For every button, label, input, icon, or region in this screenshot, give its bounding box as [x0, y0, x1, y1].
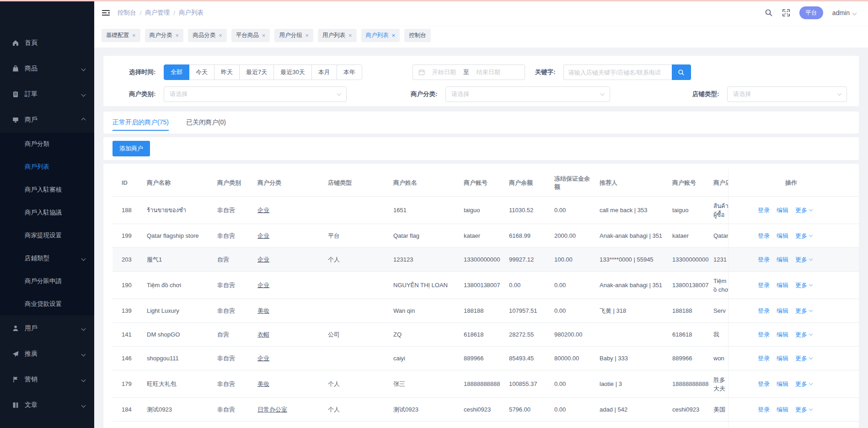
edit-link[interactable]: 编辑	[777, 256, 788, 264]
more-link[interactable]: 更多	[795, 206, 812, 214]
cell-id: 141	[122, 331, 147, 338]
cell-referrer: call me back | 353	[600, 207, 672, 214]
cell-type: 非自营	[217, 232, 257, 240]
date-to-label: 至	[463, 68, 469, 76]
chip-merchant-list[interactable]: 商户列表×	[361, 29, 400, 42]
sidebar-item-withdraw-settings[interactable]: 商家提现设置	[0, 224, 94, 247]
more-link[interactable]: 更多	[795, 281, 812, 289]
shop-type-select[interactable]: 请选择	[727, 86, 847, 102]
keyword-search-button[interactable]	[672, 64, 691, 80]
cell-type: 非自营	[217, 380, 257, 388]
col-shop-type: 店铺类型	[328, 179, 393, 187]
chip-merchant-category[interactable]: 商户分类×	[145, 29, 184, 42]
login-link[interactable]: 登录	[758, 406, 770, 414]
merchant-type-select[interactable]: 请选择	[164, 86, 347, 102]
more-link[interactable]: 更多	[795, 331, 812, 339]
cell-id: 139	[122, 307, 147, 314]
edit-link[interactable]: 编辑	[777, 406, 788, 414]
sidebar-item-home[interactable]: 首頁	[0, 30, 94, 56]
edit-link[interactable]: 编辑	[777, 281, 788, 289]
chip-console[interactable]: 控制台	[404, 29, 431, 42]
breadcrumb-item[interactable]: 商户管理	[145, 9, 170, 17]
cell-type: 非自营	[217, 281, 257, 289]
close-icon[interactable]: ×	[305, 32, 309, 38]
add-merchant-button[interactable]: 添加商户	[113, 141, 150, 156]
time-this-year-button[interactable]: 本年	[337, 64, 362, 80]
time-last30days-button[interactable]: 最近30天	[273, 64, 311, 80]
home-icon	[12, 39, 19, 47]
time-all-button[interactable]: 全部	[164, 64, 189, 80]
cell-type: 自营	[217, 331, 257, 339]
login-link[interactable]: 登录	[758, 307, 770, 315]
close-icon[interactable]: ×	[348, 32, 352, 38]
edit-link[interactable]: 编辑	[777, 380, 788, 388]
sidebar-item-split-account-apply[interactable]: 商戶分賬申請	[0, 270, 94, 293]
user-menu[interactable]: admin	[832, 9, 856, 16]
sidebar-item-merchant-entry-agreement[interactable]: 商戶入駐協議	[0, 201, 94, 224]
cell-person: 1651	[393, 207, 464, 214]
more-link[interactable]: 更多	[795, 406, 812, 414]
tab-open-merchants[interactable]: 正常开启的商户(75)	[113, 112, 169, 134]
more-link[interactable]: 更多	[795, 256, 812, 264]
time-last7days-button[interactable]: 最近7天	[239, 64, 274, 80]
chip-user-groups[interactable]: 用户分组×	[274, 29, 313, 42]
sidebar-item-promotion[interactable]: 推廣	[0, 341, 94, 367]
cell-class: 企业	[257, 354, 328, 363]
sidebar-item-shop-type[interactable]: 店鋪類型	[0, 247, 94, 270]
sidebar-item-merchant-category[interactable]: 商戶分類	[0, 133, 94, 155]
table-row: 146 shopgou111 非自营 企业 caiyi 889966 85493…	[113, 347, 859, 370]
merchant-class-select[interactable]: 请选择	[445, 86, 610, 102]
close-icon[interactable]: ×	[392, 32, 396, 38]
merchant-status-tabs: 正常开启的商户(75) 已关闭商户(0)	[103, 112, 859, 134]
login-link[interactable]: 登录	[758, 354, 770, 363]
more-link[interactable]: 更多	[795, 354, 812, 363]
chip-platform-goods[interactable]: 平台商品×	[231, 29, 270, 42]
date-range-picker[interactable]: 开始日期 至 结束日期	[413, 64, 525, 80]
edit-link[interactable]: 编辑	[777, 206, 788, 214]
breadcrumb-item[interactable]: 商户列表	[179, 9, 204, 17]
sidebar-item-merchant-list[interactable]: 商戶列表	[0, 155, 94, 178]
chevron-down-icon	[852, 11, 857, 15]
more-link[interactable]: 更多	[795, 232, 812, 240]
login-link[interactable]: 登录	[758, 232, 770, 240]
more-link[interactable]: 更多	[795, 380, 812, 388]
keyword-input[interactable]	[563, 64, 672, 80]
sidebar-item-users[interactable]: 用戶	[0, 316, 94, 341]
more-link[interactable]: 更多	[795, 307, 812, 315]
col-referrer: 推荐人	[600, 179, 672, 187]
time-yesterday-button[interactable]: 昨天	[214, 64, 240, 80]
sidebar-item-orders[interactable]: 訂單	[0, 81, 94, 107]
edit-link[interactable]: 编辑	[777, 354, 788, 363]
col-merchant-person: 商户姓名	[393, 179, 464, 187]
breadcrumb-item[interactable]: 控制台	[118, 9, 136, 17]
cell-balance: 107957.51	[509, 307, 554, 314]
sidebar-item-marketing[interactable]: 营销	[0, 367, 94, 392]
edit-link[interactable]: 编辑	[777, 232, 788, 240]
login-link[interactable]: 登录	[758, 331, 770, 339]
time-this-month-button[interactable]: 本月	[311, 64, 337, 80]
sidebar-item-merchant-entry-review[interactable]: 商戶入駐審核	[0, 178, 94, 201]
login-link[interactable]: 登录	[758, 256, 770, 264]
fullscreen-icon[interactable]	[782, 9, 790, 17]
tab-closed-merchants[interactable]: 已关闭商户(0)	[186, 112, 226, 134]
close-icon[interactable]: ×	[262, 32, 266, 38]
chip-user-list[interactable]: 用户列表×	[318, 29, 357, 42]
sidebar-item-articles[interactable]: 文章	[0, 392, 94, 418]
chip-goods-category[interactable]: 商品分类×	[188, 29, 227, 42]
login-link[interactable]: 登录	[758, 281, 770, 289]
sidebar-item-merchant[interactable]: 商戶	[0, 107, 94, 133]
sidebar-item-goods[interactable]: 商品	[0, 56, 94, 81]
collapse-menu-icon[interactable]	[102, 9, 110, 16]
sidebar-item-business-loan-settings[interactable]: 商业贷款设置	[0, 293, 94, 316]
close-icon[interactable]: ×	[132, 32, 136, 38]
edit-link[interactable]: 编辑	[777, 307, 788, 315]
time-today-button[interactable]: 今天	[189, 64, 214, 80]
cell-referrer: adad | 542	[600, 406, 672, 413]
search-icon[interactable]	[765, 9, 773, 17]
login-link[interactable]: 登录	[758, 380, 770, 388]
close-icon[interactable]: ×	[176, 32, 179, 38]
chip-base-config[interactable]: 基礎配置×	[102, 29, 140, 42]
login-link[interactable]: 登录	[758, 206, 770, 214]
close-icon[interactable]: ×	[219, 32, 222, 38]
edit-link[interactable]: 编辑	[777, 331, 788, 339]
